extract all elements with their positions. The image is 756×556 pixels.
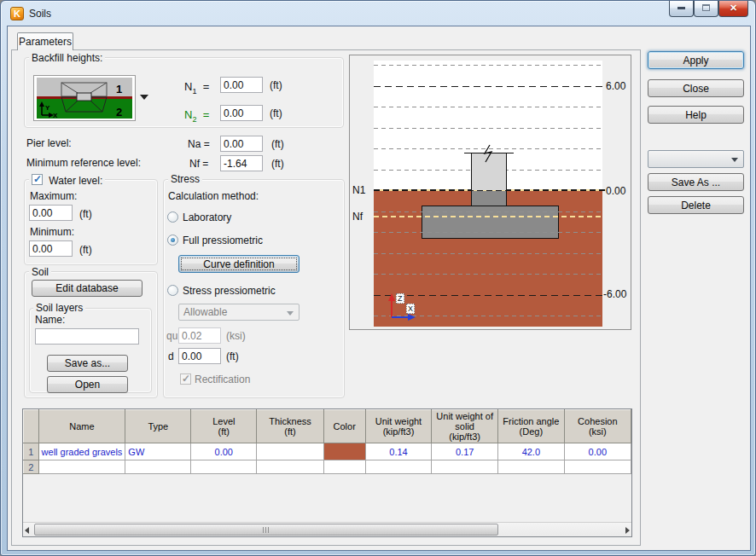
- row2-friction-angle-cell[interactable]: [498, 460, 565, 474]
- maximum-label: Maximum:: [30, 190, 77, 202]
- water-level-checkbox[interactable]: [32, 174, 43, 185]
- minimum-unit: (ft): [79, 244, 92, 256]
- thumb-zone2-label: 2: [116, 106, 122, 119]
- calculation-method-label: Calculation method:: [168, 190, 259, 202]
- row1-cohesion-cell[interactable]: 0.00: [564, 443, 631, 460]
- row1-number[interactable]: 1: [24, 443, 39, 460]
- horizontal-scrollbar[interactable]: [23, 522, 631, 536]
- header-thickness: Thickness(ft): [257, 410, 323, 443]
- header-name: Name: [38, 410, 125, 443]
- close-dialog-button[interactable]: Close: [648, 79, 744, 97]
- delete-button[interactable]: Delete: [648, 196, 744, 214]
- diagram-n1-label: N1: [352, 184, 365, 196]
- row2-number[interactable]: 2: [24, 460, 39, 474]
- header-unit-weight-solid: Unit weight of solid(kip/ft3): [432, 410, 498, 443]
- axis-z-label: Z: [396, 293, 404, 304]
- axis-x-label: X: [406, 304, 415, 314]
- tab-parameters[interactable]: Parameters: [17, 32, 73, 50]
- header-type: Type: [125, 410, 191, 443]
- apply-button[interactable]: Apply: [648, 51, 744, 69]
- open-soil-button[interactable]: Open: [47, 376, 128, 393]
- configuration-combobox[interactable]: [648, 150, 744, 168]
- soil-layers-caption: Soil layers: [33, 302, 85, 314]
- scrollbar-grip-icon: [263, 527, 270, 533]
- qu-unit: (ksi): [226, 330, 246, 342]
- row1-color-cell[interactable]: [323, 443, 365, 460]
- thumb-zone1-label: 1: [116, 83, 122, 96]
- row1-type-cell[interactable]: GW: [125, 443, 191, 460]
- scroll-right-icon[interactable]: [625, 527, 630, 534]
- curve-definition-button[interactable]: Curve definition: [178, 255, 299, 273]
- laboratory-radio[interactable]: [167, 211, 178, 223]
- gridline: [374, 253, 602, 254]
- table-row: 1 well graded gravels GW 0.00 0.14 0.17 …: [24, 443, 631, 460]
- d-input[interactable]: [178, 348, 221, 364]
- scrollbar-thumb[interactable]: [34, 524, 498, 536]
- maximize-button[interactable]: [694, 1, 718, 17]
- minimize-icon: [677, 7, 685, 9]
- nf-label: Nf =: [189, 158, 208, 170]
- gridline: [374, 128, 602, 129]
- soil-name-input[interactable]: [35, 328, 139, 345]
- scroll-left-icon[interactable]: [25, 527, 29, 534]
- maximum-input[interactable]: [29, 205, 73, 221]
- row1-thickness-cell[interactable]: [257, 443, 323, 460]
- qu-label: qu: [166, 330, 177, 342]
- edit-database-button[interactable]: Edit database: [32, 280, 142, 297]
- row1-friction-angle-cell[interactable]: 42.0: [498, 443, 565, 460]
- maximize-icon: [702, 4, 710, 11]
- header-cohesion: Cohesion(ksi): [564, 410, 631, 443]
- water-level-label: Water level:: [49, 175, 102, 187]
- n2-input[interactable]: [220, 105, 263, 121]
- minimize-button[interactable]: [669, 1, 694, 17]
- header-friction-angle: Friction angle(Deg): [498, 410, 565, 443]
- row1-name-cell[interactable]: well graded gravels: [38, 443, 125, 460]
- nf-unit: (ft): [271, 158, 284, 170]
- table-row: 2: [24, 460, 631, 474]
- row2-unit-weight-cell[interactable]: [365, 460, 432, 474]
- soil-layers-table: Name Type Level(ft) Thickness(ft) Color …: [23, 409, 631, 474]
- close-button[interactable]: ✕: [718, 1, 748, 17]
- allowable-combobox-value: Allowable: [183, 306, 227, 318]
- save-as-config-button[interactable]: Save As ...: [648, 173, 744, 191]
- nf-level-line: [374, 216, 602, 217]
- row2-cohesion-cell[interactable]: [564, 460, 631, 474]
- nf-input[interactable]: [220, 155, 263, 171]
- close-icon: ✕: [730, 3, 737, 13]
- row1-unit-weight-cell[interactable]: 0.14: [365, 443, 432, 460]
- full-pressiometric-radio[interactable]: [167, 235, 178, 246]
- maximum-unit: (ft): [79, 208, 92, 220]
- na-label: Na =: [188, 138, 210, 150]
- backfill-scheme-picker[interactable]: Y X 1 2: [33, 75, 136, 121]
- footing-pad: [422, 206, 559, 239]
- minimum-label: Minimum:: [30, 226, 74, 238]
- configuration-combobox-arrow-icon: [731, 158, 738, 162]
- footing-pedestal: [471, 190, 507, 206]
- rectification-checkbox: [180, 374, 191, 385]
- backfill-scheme-dropdown-icon[interactable]: [140, 95, 148, 100]
- na-input[interactable]: [220, 136, 263, 152]
- header-color: Color: [323, 410, 365, 443]
- allowable-combobox[interactable]: Allowable: [178, 304, 299, 321]
- soils-dialog: K Soils ✕ Parameters Backfill heights: Y…: [0, 0, 756, 556]
- window-title: Soils: [29, 8, 51, 20]
- row2-level-cell[interactable]: [191, 460, 257, 474]
- help-button[interactable]: Help: [648, 106, 744, 124]
- stress-pressiometric-radio[interactable]: [167, 285, 178, 296]
- row2-type-cell[interactable]: [125, 460, 191, 474]
- row1-unit-weight-solid-cell[interactable]: 0.17: [432, 443, 498, 460]
- gridline: [374, 107, 602, 107]
- tick-6: 6.00: [606, 80, 625, 92]
- row2-name-cell[interactable]: [38, 460, 125, 474]
- diagram-nf-label: Nf: [352, 211, 363, 223]
- row1-level-cell[interactable]: 0.00: [191, 443, 257, 460]
- save-as-soil-button[interactable]: Save as...: [47, 355, 128, 372]
- app-icon: K: [10, 7, 24, 20]
- row2-thickness-cell[interactable]: [257, 460, 323, 474]
- minimum-input[interactable]: [29, 240, 73, 257]
- row2-unit-weight-solid-cell[interactable]: [432, 460, 498, 474]
- break-symbol-icon: [479, 143, 499, 164]
- n1-input[interactable]: [220, 77, 263, 93]
- row2-color-cell[interactable]: [323, 460, 365, 474]
- stress-caption: Stress: [168, 173, 202, 185]
